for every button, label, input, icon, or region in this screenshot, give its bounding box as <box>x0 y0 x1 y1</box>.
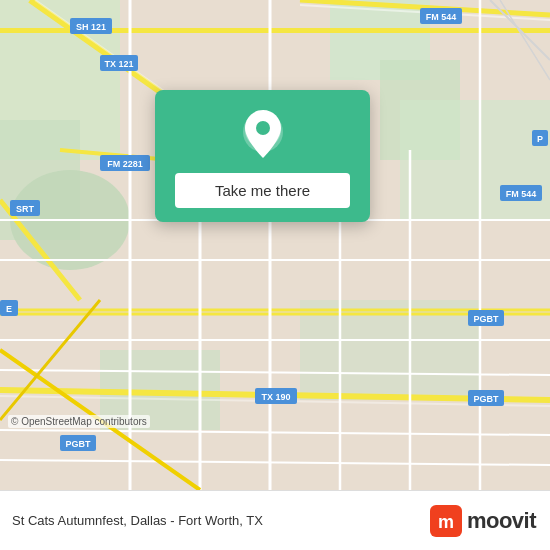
svg-text:E: E <box>6 304 12 314</box>
bottom-bar: St Cats Autumnfest, Dallas - Fort Worth,… <box>0 490 550 550</box>
svg-text:PGBT: PGBT <box>65 439 91 449</box>
map-container: SH 121 TX 121 SRT FM 2281 FM 544 FM 544 … <box>0 0 550 490</box>
svg-point-63 <box>256 121 270 135</box>
location-card: Take me there <box>155 90 370 222</box>
svg-text:TX 190: TX 190 <box>261 392 290 402</box>
svg-rect-6 <box>400 100 550 220</box>
svg-text:PGBT: PGBT <box>473 314 499 324</box>
event-info: St Cats Autumnfest, Dallas - Fort Worth,… <box>12 513 263 528</box>
moovit-icon: m <box>430 505 462 537</box>
svg-text:FM 544: FM 544 <box>426 12 457 22</box>
moovit-logo: m moovit <box>430 505 536 537</box>
svg-text:PGBT: PGBT <box>473 394 499 404</box>
svg-text:m: m <box>438 512 454 532</box>
svg-text:SRT: SRT <box>16 204 35 214</box>
location-pin-icon <box>239 108 287 163</box>
svg-text:FM 544: FM 544 <box>506 189 537 199</box>
svg-text:P: P <box>537 134 543 144</box>
svg-text:FM 2281: FM 2281 <box>107 159 143 169</box>
take-me-there-button[interactable]: Take me there <box>175 173 350 208</box>
svg-text:SH 121: SH 121 <box>76 22 106 32</box>
moovit-brand-name: moovit <box>467 508 536 534</box>
svg-text:TX 121: TX 121 <box>104 59 133 69</box>
copyright-text: © OpenStreetMap contributors <box>8 415 150 428</box>
